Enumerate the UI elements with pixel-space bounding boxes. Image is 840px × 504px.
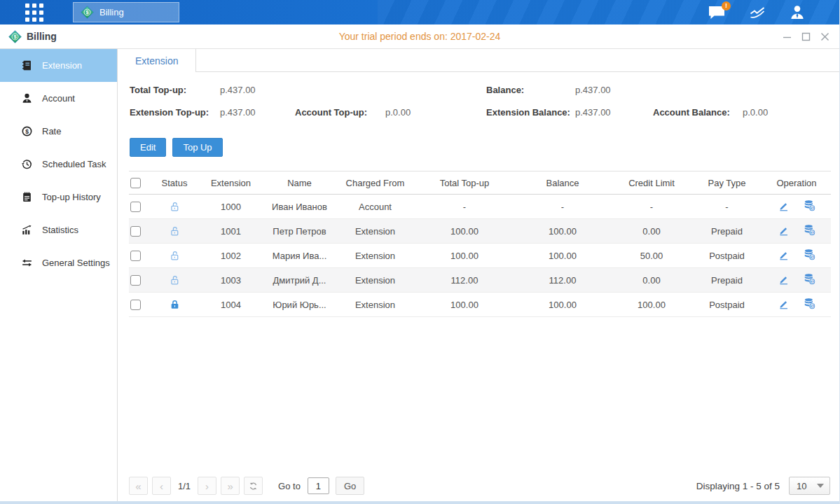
edit-pencil-icon[interactable] (778, 248, 790, 261)
close-icon[interactable] (820, 32, 829, 41)
edit-button[interactable]: Edit (130, 138, 166, 157)
sidebar-item-account[interactable]: Account (0, 82, 117, 115)
col-extension: Extension (198, 172, 264, 195)
table-row[interactable]: 1003 Дмитрий Д... Extension 112.00 112.0… (129, 268, 831, 293)
sidebar-item-general-settings[interactable]: General Settings (0, 246, 117, 279)
edit-pencil-icon[interactable] (778, 298, 790, 310)
cell-charged-from: Extension (335, 293, 415, 317)
col-total-topup: Total Top-up (415, 172, 514, 195)
edit-pencil-icon[interactable] (778, 224, 790, 237)
messages-icon[interactable]: ! (708, 5, 726, 20)
tab-extension[interactable]: Extension (118, 49, 196, 72)
topup-coins-icon[interactable]: $ (803, 272, 816, 286)
lock-open-icon[interactable] (169, 225, 181, 237)
sidebar-item-extension[interactable]: Extension (0, 49, 117, 82)
cell-pay-type: - (691, 195, 762, 219)
topup-coins-icon[interactable]: $ (803, 248, 816, 261)
cell-name: Иван Иванов (264, 195, 335, 219)
prev-page-icon: ‹ (160, 480, 163, 492)
row-checkbox[interactable] (130, 300, 141, 310)
extension-topup-value: p.437.00 (220, 107, 256, 118)
account-icon (21, 92, 33, 104)
tab-bar-spacer (196, 49, 839, 72)
lock-closed-icon[interactable] (169, 299, 181, 311)
total-topup-value: p.437.00 (220, 85, 256, 95)
sidebar-item-scheduled-task[interactable]: Scheduled Task (0, 148, 117, 181)
row-checkbox[interactable] (130, 251, 141, 261)
displaying-text: Displaying 1 - 5 of 5 (696, 481, 780, 491)
sidebar-item-label: General Settings (42, 258, 110, 268)
page-size-select[interactable]: 10 (789, 477, 830, 495)
chevron-down-icon (817, 484, 824, 488)
cell-pay-type: Postpaid (691, 293, 762, 317)
svg-text:$: $ (811, 206, 813, 210)
topup-coins-icon[interactable]: $ (803, 223, 816, 237)
minimize-icon[interactable] (783, 32, 792, 41)
row-checkbox[interactable] (130, 275, 141, 286)
lock-open-icon[interactable] (169, 274, 181, 286)
sidebar-item-statistics[interactable]: Statistics (0, 214, 117, 246)
edit-pencil-icon[interactable] (778, 273, 790, 286)
cell-pay-type: Postpaid (691, 244, 762, 268)
apps-grid-icon[interactable] (25, 4, 43, 22)
cell-extension: 1000 (198, 195, 264, 219)
cell-balance: 100.00 (514, 219, 612, 244)
col-charged-from: Charged From (335, 172, 415, 195)
table-row[interactable]: 1001 Петр Петров Extension 100.00 100.00… (129, 219, 831, 244)
col-operation: Operation (762, 172, 831, 195)
cell-name: Дмитрий Д... (264, 268, 335, 293)
taskbar-billing-tab[interactable]: $ Billing (73, 2, 179, 22)
sidebar-item-label: Top-up History (42, 192, 101, 202)
row-checkbox[interactable] (130, 226, 141, 237)
topup-coins-icon[interactable]: $ (803, 297, 816, 310)
scheduled-task-icon (21, 158, 33, 170)
cell-total-topup: 100.00 (415, 219, 514, 244)
billing-app-icon: $ (81, 6, 94, 19)
table-row[interactable]: 1000 Иван Иванов Account - - - - (129, 195, 831, 219)
total-topup-label: Total Top-up: (130, 85, 186, 95)
svg-text:$: $ (811, 255, 813, 259)
cell-name: Мария Ива... (264, 244, 335, 268)
window-bottom-edge (0, 501, 839, 504)
topup-history-icon (21, 191, 33, 203)
balance-value: p.437.00 (575, 85, 611, 95)
cell-credit-limit: 0.00 (612, 219, 691, 244)
taskbar: $ Billing ! (0, 0, 839, 24)
general-settings-icon (21, 257, 33, 269)
go-button[interactable]: Go (336, 477, 364, 495)
prev-page-button[interactable]: ‹ (152, 477, 171, 495)
lock-open-icon[interactable] (169, 201, 181, 213)
table-row[interactable]: 1002 Мария Ива... Extension 100.00 100.0… (129, 244, 831, 268)
maximize-icon[interactable] (801, 32, 811, 41)
notification-badge: ! (722, 1, 731, 10)
edit-pencil-icon[interactable] (778, 200, 790, 212)
first-page-button[interactable]: « (129, 477, 148, 495)
refresh-button[interactable] (244, 477, 263, 495)
col-pay-type: Pay Type (691, 172, 762, 195)
goto-page-input[interactable] (308, 477, 329, 494)
sidebar-item-label: Statistics (42, 225, 78, 235)
user-icon[interactable] (789, 4, 806, 21)
lock-open-icon[interactable] (169, 250, 181, 262)
cell-total-topup: 100.00 (415, 244, 514, 268)
table-row[interactable]: 1004 Юрий Юрь... Extension 100.00 100.00… (129, 293, 831, 317)
next-page-button[interactable]: › (198, 477, 216, 495)
cell-balance: 100.00 (514, 293, 612, 317)
table-header-row: Status Extension Name Charged From Total… (129, 172, 831, 195)
col-status: Status (151, 172, 198, 195)
select-all-checkbox[interactable] (130, 178, 141, 188)
sidebar-item-label: Account (42, 93, 75, 104)
tab-label: Extension (135, 55, 178, 66)
activity-chart-icon[interactable] (748, 5, 766, 20)
sidebar-item-topup-history[interactable]: Top-up History (0, 181, 117, 214)
sidebar-item-rate[interactable]: $ Rate (0, 115, 117, 148)
topup-coins-icon[interactable]: $ (803, 199, 816, 212)
account-balance-value: p.0.00 (743, 107, 768, 118)
sidebar-item-label: Extension (42, 60, 82, 71)
last-page-button[interactable]: » (221, 477, 240, 495)
cell-total-topup: - (415, 195, 514, 219)
sidebar-item-label: Scheduled Task (42, 159, 106, 169)
window-title: Billing (27, 31, 57, 42)
row-checkbox[interactable] (130, 202, 141, 212)
topup-button[interactable]: Top Up (172, 138, 222, 157)
